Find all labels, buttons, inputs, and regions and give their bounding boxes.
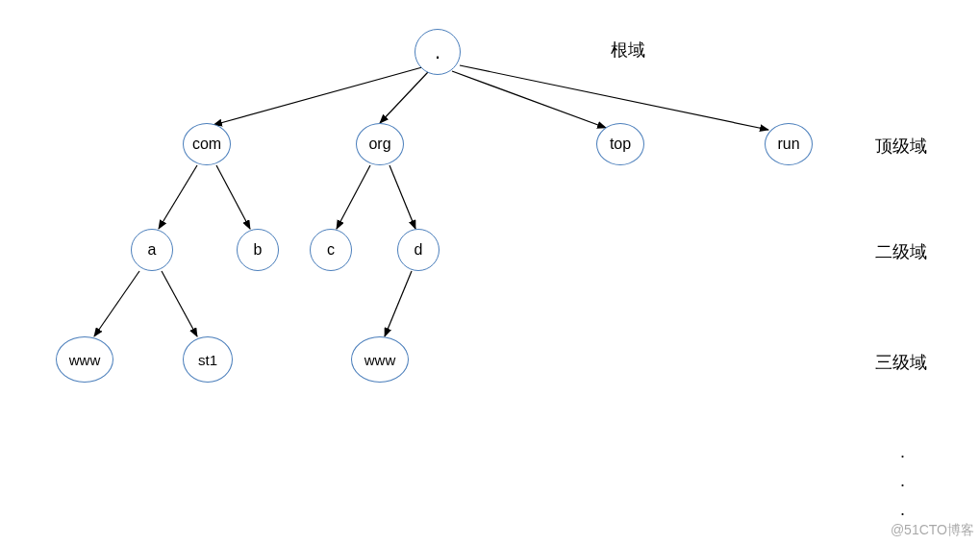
svg-line-5 (216, 165, 250, 229)
node-run: run (765, 123, 813, 165)
svg-line-9 (162, 271, 197, 336)
svg-line-3 (460, 65, 768, 130)
node-com: com (183, 123, 231, 165)
node-st1-label: st1 (198, 352, 217, 368)
node-top: top (596, 123, 644, 165)
svg-line-1 (380, 72, 428, 123)
label-root: 根域 (611, 38, 645, 62)
ellipsis-dot-3: . (900, 500, 905, 520)
node-b-label: b (254, 241, 263, 259)
label-level2: 二级域 (875, 240, 927, 263)
svg-line-6 (337, 165, 370, 229)
svg-line-0 (214, 67, 422, 125)
watermark: @51CTO博客 (891, 522, 974, 539)
label-level3: 三级域 (875, 351, 927, 374)
node-a-label: a (148, 241, 157, 259)
node-www-d-label: www (364, 352, 396, 368)
node-www-a: www (56, 336, 113, 383)
node-www-d: www (351, 336, 409, 383)
node-d: d (397, 229, 440, 271)
tree-edges (0, 0, 980, 545)
node-root-label: . (435, 39, 440, 64)
node-d-label: d (415, 241, 423, 259)
node-www-a-label: www (69, 352, 101, 368)
node-st1: st1 (183, 336, 233, 383)
svg-line-10 (385, 271, 412, 336)
node-run-label: run (777, 136, 799, 153)
svg-line-2 (452, 71, 606, 128)
svg-line-4 (159, 165, 197, 229)
svg-line-7 (389, 165, 415, 229)
node-b: b (237, 229, 279, 271)
node-root: . (415, 29, 461, 75)
svg-line-8 (94, 271, 139, 336)
node-org: org (356, 123, 404, 165)
node-com-label: com (192, 136, 221, 153)
ellipsis-dot-1: . (900, 442, 905, 462)
label-level1: 顶级域 (875, 135, 927, 158)
node-org-label: org (368, 136, 390, 153)
node-c-label: c (327, 241, 335, 259)
node-c: c (310, 229, 352, 271)
node-a: a (131, 229, 173, 271)
node-top-label: top (610, 136, 631, 153)
ellipsis-dot-2: . (900, 471, 905, 491)
